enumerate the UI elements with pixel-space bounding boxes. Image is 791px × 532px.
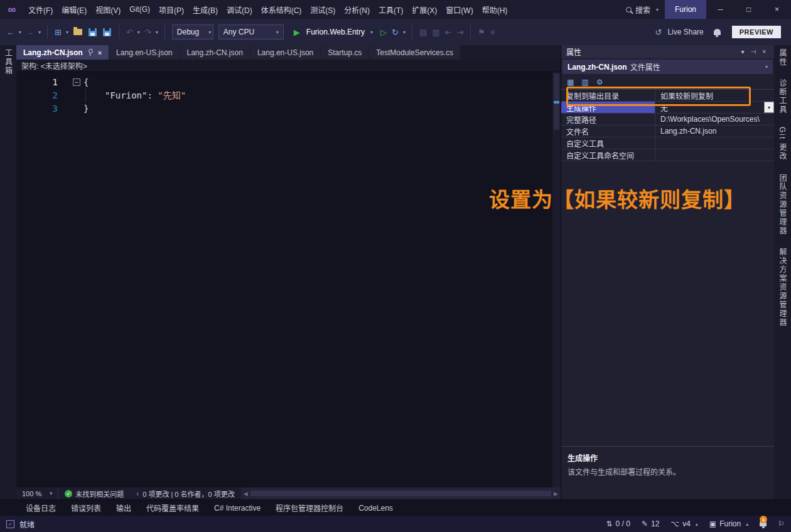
pin-icon[interactable] bbox=[88, 49, 93, 56]
menu-debug[interactable]: 调试(D) bbox=[222, 0, 257, 19]
close-button[interactable]: × bbox=[763, 0, 791, 19]
prop-row-file-name[interactable]: 文件名 Lang.zh-CN.json bbox=[561, 125, 774, 137]
new-project-dropdown-icon[interactable]: ▾ bbox=[64, 29, 70, 35]
property-value[interactable]: 无 bbox=[655, 102, 774, 113]
fold-collapse-icon[interactable]: − bbox=[73, 78, 80, 86]
property-label[interactable]: 完整路径 bbox=[561, 114, 655, 125]
menu-git[interactable]: Git(G) bbox=[125, 0, 154, 19]
editor-vertical-scrollbar[interactable] bbox=[552, 72, 561, 487]
menu-project[interactable]: 项目(P) bbox=[154, 0, 188, 19]
editor-code-area[interactable]: 1 −{ 2 "Furion": "先知" 3 } bbox=[16, 72, 552, 487]
undo-dropdown-icon[interactable]: ▾ bbox=[136, 29, 142, 35]
menu-test[interactable]: 测试(S) bbox=[306, 0, 340, 19]
tab-testmoduleservices-cs[interactable]: TestModuleServices.cs bbox=[369, 45, 460, 60]
navigate-back-dropdown-icon[interactable]: ▾ bbox=[17, 29, 23, 35]
panel-menu-caret-icon[interactable]: ▾ bbox=[738, 48, 747, 55]
categorized-icon[interactable]: ▦ bbox=[567, 78, 574, 87]
bottomtab-codelens[interactable]: CodeLens bbox=[352, 504, 400, 513]
bookmark-icon[interactable]: ⚑ bbox=[475, 28, 488, 37]
maximize-button[interactable]: □ bbox=[734, 0, 763, 19]
panel-close-icon[interactable]: × bbox=[759, 48, 769, 55]
panel-pin-icon[interactable]: ⊣ bbox=[747, 48, 759, 55]
minimize-button[interactable]: ─ bbox=[706, 0, 734, 19]
undo-icon[interactable]: ↶ bbox=[124, 28, 136, 37]
property-label[interactable]: 复制到输出目录 bbox=[561, 90, 655, 101]
bottomtab-package-manager-console[interactable]: 程序包管理器控制台 bbox=[269, 503, 350, 513]
property-pages-icon[interactable]: ⚙ bbox=[596, 78, 603, 87]
notifications-icon[interactable] bbox=[714, 29, 721, 35]
redo-dropdown-icon[interactable]: ▾ bbox=[154, 29, 160, 35]
refresh-dropdown-icon[interactable]: ▾ bbox=[401, 29, 407, 35]
new-project-icon[interactable]: ⊞ bbox=[52, 28, 64, 37]
menu-build[interactable]: 生成(B) bbox=[188, 0, 222, 19]
menu-analyze[interactable]: 分析(N) bbox=[340, 0, 374, 19]
git-file-status[interactable]: ‹ 0 项更改 | 0 名作者，0 项更改 bbox=[130, 489, 241, 499]
property-label[interactable]: 生成操作 bbox=[561, 102, 655, 113]
menu-edit[interactable]: 编辑(E) bbox=[57, 0, 91, 19]
bottomtab-error-list[interactable]: 错误列表 bbox=[64, 503, 108, 513]
bottomtab-output[interactable]: 输出 bbox=[109, 503, 138, 513]
property-value[interactable]: 如果较新则复制 bbox=[655, 90, 774, 101]
refresh-icon[interactable]: ↻ bbox=[389, 28, 401, 37]
sidebar-item-git-changes[interactable]: Git 更改 bbox=[777, 127, 788, 161]
zoom-dropdown[interactable]: 100 % ▾ bbox=[16, 487, 58, 499]
notifications-button[interactable]: 1 bbox=[760, 519, 767, 528]
menu-tools[interactable]: 工具(T) bbox=[374, 0, 407, 19]
misc-tool-icon[interactable]: ▤ bbox=[417, 28, 429, 37]
sidebar-item-toolbox[interactable]: 工具箱 bbox=[3, 49, 14, 75]
start-debugging-button[interactable]: ▶ Furion.Web.Entry ▾ bbox=[286, 28, 378, 37]
navigate-forward-icon[interactable]: → bbox=[23, 28, 36, 37]
prop-row-copy-to-output[interactable]: 复制到输出目录 如果较新则复制 bbox=[561, 90, 774, 102]
quick-search[interactable]: 搜索 ▾ bbox=[620, 0, 665, 19]
bottomtab-csharp-interactive[interactable]: C# Interactive bbox=[207, 504, 267, 513]
menu-architecture[interactable]: 体系结构(C) bbox=[257, 0, 306, 19]
save-icon[interactable] bbox=[89, 28, 97, 36]
architecture-bar[interactable]: 架构: <未选择架构> bbox=[16, 60, 561, 72]
property-value[interactable] bbox=[655, 149, 774, 161]
sidebar-item-properties[interactable]: 属性 bbox=[777, 49, 788, 66]
pending-changes-status[interactable]: ✎ 12 bbox=[642, 519, 659, 528]
property-label[interactable]: 自定义工具命名空间 bbox=[561, 149, 655, 161]
property-label[interactable]: 自定义工具 bbox=[561, 137, 655, 149]
tab-startup-cs[interactable]: Startup.cs bbox=[321, 45, 369, 60]
indent-decrease-icon[interactable]: ⇤ bbox=[442, 28, 454, 37]
solution-platform-dropdown[interactable]: Any CPU ▾ bbox=[218, 24, 284, 40]
feedback-icon[interactable]: ⚐ bbox=[778, 519, 785, 528]
document-health-indicator[interactable]: ✓ 未找到相关问题 bbox=[58, 489, 130, 499]
start-without-debugging-icon[interactable]: ▷ bbox=[378, 28, 389, 37]
close-icon[interactable]: × bbox=[98, 49, 102, 56]
solution-name-badge[interactable]: Furion bbox=[665, 0, 706, 19]
prop-row-full-path[interactable]: 完整路径 D:\Workplaces\OpenSources\ bbox=[561, 114, 774, 125]
tab-lang-zh-cn-2[interactable]: Lang.zh-CN.json bbox=[180, 45, 250, 60]
prop-row-custom-tool[interactable]: 自定义工具 bbox=[561, 137, 774, 149]
background-tasks-icon[interactable]: ✓ bbox=[6, 520, 14, 528]
sidebar-item-diagnostic-tools[interactable]: 诊断工具 bbox=[777, 79, 788, 114]
alphabetical-icon[interactable]: ▥ bbox=[581, 78, 588, 87]
prop-row-custom-tool-namespace[interactable]: 自定义工具命名空间 bbox=[561, 149, 774, 161]
bottomtab-code-coverage[interactable]: 代码覆盖率结果 bbox=[139, 503, 206, 513]
menu-help[interactable]: 帮助(H) bbox=[478, 0, 512, 19]
prop-row-build-action[interactable]: 生成操作 无 ▾ bbox=[561, 102, 774, 114]
menu-extensions[interactable]: 扩展(X) bbox=[407, 0, 441, 19]
tab-lang-en-us-1[interactable]: Lang.en-US.json bbox=[109, 45, 179, 60]
menu-window[interactable]: 窗口(W) bbox=[441, 0, 477, 19]
tab-lang-zh-cn-1[interactable]: Lang.zh-CN.json × bbox=[16, 45, 109, 60]
property-value[interactable]: D:\Workplaces\OpenSources\ bbox=[655, 114, 774, 125]
preview-badge[interactable]: PREVIEW bbox=[732, 26, 781, 38]
scroll-left-icon[interactable]: ◀ bbox=[244, 491, 248, 497]
property-value[interactable] bbox=[655, 137, 774, 149]
scroll-right-icon[interactable]: ▶ bbox=[554, 491, 558, 497]
navigate-forward-dropdown-icon[interactable]: ▾ bbox=[36, 29, 43, 35]
sidebar-item-team-explorer[interactable]: 团队资源管理器 bbox=[777, 174, 788, 235]
menu-file[interactable]: 文件(F) bbox=[24, 0, 57, 19]
git-branch-selector[interactable]: ⌥ v4 ▴ bbox=[670, 519, 698, 528]
property-value[interactable]: Lang.zh-CN.json bbox=[655, 125, 774, 137]
navigate-back-icon[interactable]: ← bbox=[4, 28, 17, 37]
sidebar-item-solution-explorer[interactable]: 解决方案资源管理器 bbox=[777, 248, 788, 327]
save-all-icon[interactable] bbox=[103, 28, 111, 36]
redo-icon[interactable]: ↷ bbox=[142, 28, 154, 37]
indent-increase-icon[interactable]: ⇥ bbox=[454, 28, 466, 37]
scrollbar-thumb[interactable] bbox=[250, 491, 551, 496]
git-repository-selector[interactable]: ▣ Furion ▴ bbox=[709, 519, 748, 528]
bottomtab-device-log[interactable]: 设备日志 bbox=[19, 503, 63, 513]
